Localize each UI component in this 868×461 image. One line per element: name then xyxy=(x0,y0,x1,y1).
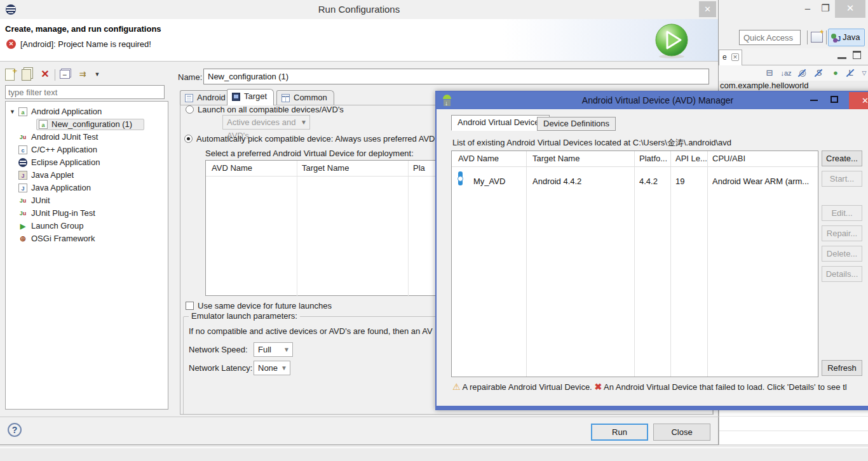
avd-dialog-titlebar: ↓ Android Virtual Device (AVD) Manager ✕ xyxy=(437,92,868,109)
close-button[interactable]: Close xyxy=(653,424,710,441)
column-header-platform[interactable]: Platfo... xyxy=(639,154,667,163)
column-header-api-level[interactable]: API Le... xyxy=(675,154,707,163)
toolbar-menu-icon[interactable] xyxy=(90,67,104,81)
avd-table[interactable]: AVD Name Target Name Platfo... API Le...… xyxy=(451,150,818,377)
warning-icon: ⚠ xyxy=(452,382,461,392)
outline-package-entry[interactable]: com.example.helloworld xyxy=(720,81,867,90)
outline-view-tab[interactable]: e ✕ xyxy=(719,50,742,65)
tab-common[interactable]: Common xyxy=(276,90,334,105)
avd-row-api-level[interactable]: 19 xyxy=(675,177,684,186)
avd-minimize-icon[interactable] xyxy=(810,100,818,101)
same-device-checkbox[interactable] xyxy=(186,302,194,310)
collapse-all-icon[interactable]: ⊟ xyxy=(763,67,776,79)
view-maximize-icon[interactable] xyxy=(853,51,861,59)
help-button[interactable]: ? xyxy=(8,423,22,437)
tab-close-icon[interactable]: ✕ xyxy=(731,53,739,61)
window-restore-button[interactable]: ❐ xyxy=(817,0,834,18)
window-close-button[interactable]: ✕ xyxy=(835,0,865,18)
column-header-platform[interactable]: Pla xyxy=(413,163,425,173)
column-header-avd-name[interactable]: AVD Name xyxy=(458,154,499,163)
avd-row-name[interactable]: My_AVD xyxy=(473,177,505,186)
new-configuration-icon[interactable] xyxy=(5,69,15,81)
network-speed-combo[interactable]: Full ▼ xyxy=(254,342,293,357)
hide-static-members-icon[interactable]: S xyxy=(812,67,826,79)
avd-list-location-text: List of existing Android Virtual Devices… xyxy=(452,137,731,149)
android-tab-icon xyxy=(185,94,193,102)
auto-pick-device-label: Automatically pick compatible device: Al… xyxy=(196,134,435,144)
avd-row-target[interactable]: Android 4.4.2 xyxy=(532,177,581,186)
button-bar-separator xyxy=(0,417,719,417)
auto-pick-device-radio[interactable] xyxy=(184,135,193,143)
window-minimize-button[interactable]: – xyxy=(799,0,816,18)
avd-maximize-icon[interactable] xyxy=(831,96,838,103)
view-menu-icon[interactable]: ▽ xyxy=(857,67,868,79)
create-avd-button[interactable]: Create... xyxy=(822,150,862,166)
details-avd-button[interactable]: Details... xyxy=(822,266,862,282)
banner-heading: Create, manage, and run configurations xyxy=(5,24,161,34)
c-cpp-application-icon: c xyxy=(18,145,27,154)
avd-row-platform[interactable]: 4.4.2 xyxy=(639,177,658,186)
android-junit-icon: Ju xyxy=(18,133,27,142)
osgi-framework-icon: ⊕ xyxy=(18,234,27,243)
quick-access-input[interactable] xyxy=(739,30,801,45)
launch-all-devices-radio[interactable] xyxy=(186,105,194,114)
repair-avd-button[interactable]: Repair... xyxy=(822,225,862,241)
filter-input[interactable] xyxy=(5,85,165,99)
avd-dialog-title: Android Virtual Device (AVD) Manager xyxy=(437,95,868,105)
view-minimize-icon[interactable] xyxy=(837,52,846,59)
run-button[interactable]: Run xyxy=(591,424,648,441)
hide-non-public-members-icon[interactable] xyxy=(829,67,843,79)
legend-warning-text: A repairable Android Virtual Device. xyxy=(462,382,592,392)
tab-device-definitions[interactable]: Device Definitions xyxy=(537,117,616,131)
open-perspective-icon[interactable] xyxy=(811,32,823,43)
network-latency-combo[interactable]: None ▼ xyxy=(254,361,290,375)
column-header-avd-name[interactable]: AVD Name xyxy=(212,163,252,173)
hide-local-types-icon[interactable]: L xyxy=(844,67,858,79)
start-avd-button[interactable]: Start... xyxy=(822,171,862,187)
run-dialog-banner: Create, manage, and run configurations ✕… xyxy=(0,19,718,62)
background-view-rows xyxy=(719,406,868,444)
same-device-label: Use same device for future launches xyxy=(198,301,332,311)
expand-arrow-icon[interactable]: ▼ xyxy=(10,105,15,118)
eclipse-application-icon xyxy=(18,158,27,167)
emulator-note: If no compatible and active devices or A… xyxy=(189,326,433,336)
sort-icon[interactable]: ↓az xyxy=(779,67,793,79)
run-dialog-close-icon[interactable]: ✕ xyxy=(699,1,716,17)
avd-manager-dialog: ↓ Android Virtual Device (AVD) Manager ✕… xyxy=(435,91,868,410)
collapse-all-icon[interactable] xyxy=(60,70,70,79)
legend-error-text: An Android Virtual Device that failed to… xyxy=(604,382,847,392)
network-latency-label: Network Latency: xyxy=(189,363,252,373)
column-header-cpu-abi[interactable]: CPU/ABI xyxy=(712,154,745,163)
failed-load-icon: ✖ xyxy=(594,382,602,392)
junit-plugin-icon: Ju xyxy=(18,209,27,218)
java-perspective-button[interactable]: Java xyxy=(828,29,865,46)
error-message: [Android]: Project Name is required! xyxy=(20,39,151,49)
run-dialog-titlebar: Run Configurations ✕ xyxy=(0,0,718,19)
configuration-name-input[interactable] xyxy=(203,69,709,84)
edit-avd-button[interactable]: Edit... xyxy=(822,205,862,221)
column-header-target-name[interactable]: Target Name xyxy=(532,154,580,163)
toolbar-separator xyxy=(55,69,55,81)
java-applet-icon: J xyxy=(18,171,27,180)
tab-target[interactable]: Target xyxy=(227,89,274,105)
delete-avd-button[interactable]: Delete... xyxy=(822,246,862,262)
duplicate-configuration-icon[interactable] xyxy=(22,69,31,81)
tab-android[interactable]: Android xyxy=(180,90,233,105)
android-application-icon: a xyxy=(39,120,48,129)
delete-configuration-icon[interactable]: ✕ xyxy=(38,67,52,81)
active-devices-combo[interactable]: Active devices and AVD's ▼ xyxy=(222,115,310,130)
launch-all-devices-label: Launch on all compatible devices/AVD's xyxy=(198,105,344,114)
hide-fields-icon[interactable]: ◎ xyxy=(796,67,810,79)
refresh-button[interactable]: Refresh xyxy=(822,360,862,376)
toolbar-separator xyxy=(826,30,827,44)
network-speed-label: Network Speed: xyxy=(189,345,248,354)
avd-close-icon[interactable]: ✕ xyxy=(849,92,868,109)
avd-row-cpu-abi[interactable]: Android Wear ARM (arm... xyxy=(712,177,809,186)
tab-android-virtual-devices[interactable]: Android Virtual Devices xyxy=(451,115,550,131)
toolbar-separator xyxy=(807,30,808,44)
column-header-target-name[interactable]: Target Name xyxy=(302,163,349,173)
avd-legend: ⚠ A repairable Android Virtual Device. ✖… xyxy=(452,382,847,393)
filter-launch-configurations-icon[interactable] xyxy=(75,67,89,81)
outline-tab-label: e xyxy=(722,53,727,62)
chevron-down-icon: ▼ xyxy=(283,343,290,356)
